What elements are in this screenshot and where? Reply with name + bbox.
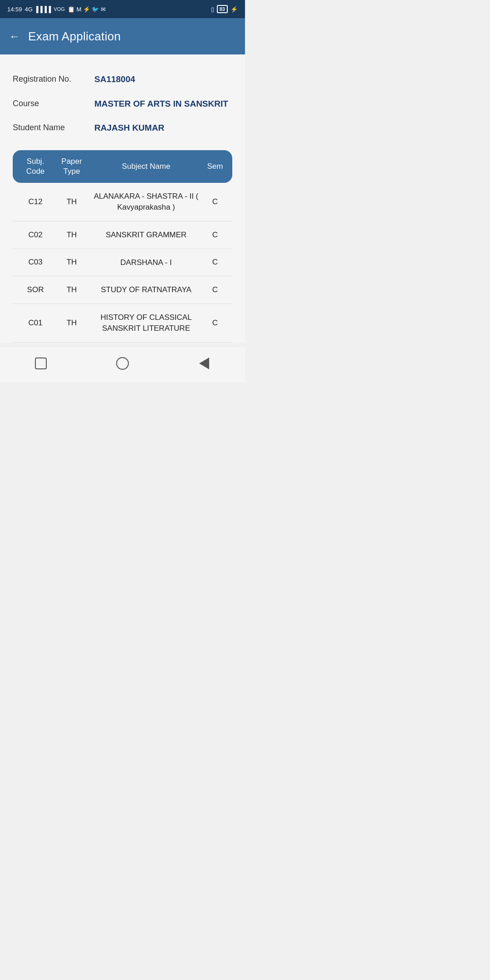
battery-icon: ▯ bbox=[211, 6, 214, 13]
cell-code: C03 bbox=[17, 257, 54, 267]
cell-code: C02 bbox=[17, 230, 54, 240]
page-title: Exam Application bbox=[28, 29, 121, 44]
table-row: C01 TH HISTORY OF CLASSICAL SANSKRIT LIT… bbox=[13, 304, 232, 343]
cell-sem: C bbox=[202, 230, 228, 240]
notification-icons: 📋 M ⚡ 🐦 ✉ bbox=[68, 6, 106, 13]
col-header-name: Subject Name bbox=[90, 162, 202, 172]
nav-square-button[interactable] bbox=[33, 355, 49, 372]
registration-label: Registration No. bbox=[13, 74, 94, 84]
col-header-type: Paper Type bbox=[54, 157, 90, 176]
table-header: Subj. Code Paper Type Subject Name Sem bbox=[13, 150, 232, 183]
square-icon bbox=[35, 358, 47, 369]
bottom-navigation bbox=[0, 347, 245, 382]
nav-back-button[interactable] bbox=[196, 355, 212, 372]
cell-type: TH bbox=[54, 197, 90, 207]
cell-sem: C bbox=[202, 257, 228, 267]
student-name-value: RAJASH KUMAR bbox=[94, 122, 164, 134]
cell-sem: C bbox=[202, 197, 228, 207]
cell-type: TH bbox=[54, 318, 90, 328]
charging-icon: ⚡ bbox=[230, 6, 238, 13]
status-bar: 14:59 4G ▐▐▐▐ VOG 📋 M ⚡ 🐦 ✉ ▯ 83 ⚡ bbox=[0, 0, 245, 18]
table-row: C03 TH DARSHANA - I C bbox=[13, 249, 232, 277]
cell-code: C12 bbox=[17, 197, 54, 207]
content-area: Registration No. SA118004 Course MASTER … bbox=[0, 54, 245, 343]
cell-code: SOR bbox=[17, 285, 54, 295]
col-header-code: Subj. Code bbox=[17, 157, 54, 176]
cell-sem: C bbox=[202, 285, 228, 295]
app-header: ← Exam Application bbox=[0, 18, 245, 54]
col-header-sem: Sem bbox=[202, 162, 228, 172]
table-row: SOR TH STUDY OF RATNATRAYA C bbox=[13, 276, 232, 304]
battery-level: 83 bbox=[217, 5, 228, 13]
registration-row: Registration No. SA118004 bbox=[13, 67, 232, 92]
course-value: MASTER OF ARTS IN SANSKRIT bbox=[94, 98, 228, 110]
triangle-icon bbox=[199, 358, 209, 369]
status-bar-right: ▯ 83 ⚡ bbox=[211, 5, 238, 13]
course-label: Course bbox=[13, 98, 94, 108]
time-display: 14:59 bbox=[7, 6, 22, 13]
table-row: C12 TH ALANAKARA - SHASTRA - II ( Kavyap… bbox=[13, 183, 232, 221]
student-name-row: Student Name RAJASH KUMAR bbox=[13, 116, 232, 140]
course-row: Course MASTER OF ARTS IN SANSKRIT bbox=[13, 92, 232, 116]
registration-value: SA118004 bbox=[94, 74, 135, 85]
cell-type: TH bbox=[54, 257, 90, 267]
cell-code: C01 bbox=[17, 318, 54, 328]
student-name-label: Student Name bbox=[13, 122, 94, 132]
signal-icons: 4G ▐▐▐▐ bbox=[25, 6, 51, 13]
cell-type: TH bbox=[54, 230, 90, 240]
cell-name: SANSKRIT GRAMMER bbox=[90, 230, 202, 240]
cell-name: DARSHANA - I bbox=[90, 257, 202, 268]
cell-name: STUDY OF RATNATRAYA bbox=[90, 284, 202, 295]
nav-circle-button[interactable] bbox=[114, 355, 131, 372]
network-label: VOG bbox=[54, 6, 64, 12]
back-button[interactable]: ← bbox=[9, 30, 20, 43]
table-row: C02 TH SANSKRIT GRAMMER C bbox=[13, 221, 232, 249]
cell-name: ALANAKARA - SHASTRA - II ( Kavyaprakasha… bbox=[90, 191, 202, 213]
table-body: C12 TH ALANAKARA - SHASTRA - II ( Kavyap… bbox=[13, 183, 232, 343]
cell-type: TH bbox=[54, 285, 90, 295]
cell-name: HISTORY OF CLASSICAL SANSKRIT LITERATURE bbox=[90, 312, 202, 334]
cell-sem: C bbox=[202, 318, 228, 328]
status-bar-left: 14:59 4G ▐▐▐▐ VOG 📋 M ⚡ 🐦 ✉ bbox=[7, 6, 106, 13]
circle-icon bbox=[116, 357, 129, 370]
